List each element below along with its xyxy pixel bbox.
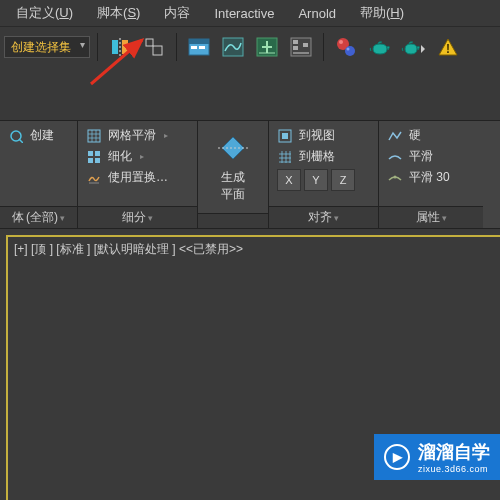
- svg-rect-27: [95, 158, 100, 163]
- material-editor-button[interactable]: [331, 32, 361, 62]
- create-icon: [8, 128, 24, 144]
- smooth-label: 平滑: [409, 148, 433, 165]
- menu-bar: 自定义(U) 脚本(S) 内容 Interactive Arnold 帮助(H): [0, 0, 500, 26]
- svg-rect-1: [122, 40, 128, 54]
- mesh-smooth-label: 网格平滑: [108, 127, 156, 144]
- align-view-icon: [277, 128, 293, 144]
- menu-interactive[interactable]: Interactive: [202, 2, 286, 25]
- generate-plane-button[interactable]: 生成 平面: [206, 127, 260, 207]
- svg-rect-14: [303, 43, 308, 47]
- layers-icon: [187, 37, 211, 57]
- svg-rect-30: [282, 133, 288, 139]
- svg-rect-3: [146, 39, 153, 46]
- svg-text:!: !: [446, 42, 450, 56]
- xyz-buttons: X Y Z: [277, 169, 370, 191]
- menu-customize[interactable]: 自定义(U): [4, 0, 85, 26]
- tessellate-icon: [86, 149, 102, 165]
- svg-point-18: [345, 46, 355, 56]
- svg-rect-0: [112, 40, 118, 54]
- menu-script[interactable]: 脚本(S): [85, 0, 152, 26]
- svg-point-31: [394, 175, 397, 178]
- mesh-smooth-icon: [86, 128, 102, 144]
- ribbon-panel-align: 到视图 到栅格 X Y Z 对齐▾: [269, 121, 379, 228]
- align-y-button[interactable]: Y: [304, 169, 328, 191]
- svg-rect-15: [293, 52, 309, 54]
- smooth-item[interactable]: 平滑: [387, 148, 475, 165]
- teapot-arrow-icon: [401, 37, 427, 57]
- smooth30-label: 平滑 30: [409, 169, 450, 186]
- viewport-label[interactable]: [+] [顶 ] [标准 ] [默认明暗处理 ] <<已禁用>>: [14, 241, 243, 258]
- displace-label: 使用置换…: [108, 169, 168, 186]
- ribbon-panel-attr: 硬 平滑 平滑 30 属性▾: [379, 121, 483, 228]
- material-icon: [335, 36, 357, 58]
- ribbon-panel-create: 创建 体(全部)▾: [0, 121, 78, 228]
- mirror-button[interactable]: [105, 32, 135, 62]
- watermark: ▶ 溜溜自学 zixue.3d66.com: [374, 434, 500, 480]
- svg-point-19: [347, 47, 350, 50]
- curve-icon: [222, 37, 244, 57]
- play-icon: ▶: [384, 444, 410, 470]
- svg-rect-26: [88, 158, 93, 163]
- displace-item[interactable]: 使用置换…: [86, 169, 189, 186]
- svg-rect-24: [88, 151, 93, 156]
- svg-point-17: [339, 40, 343, 44]
- smooth30-item[interactable]: 平滑 30: [387, 169, 475, 186]
- menu-content[interactable]: 内容: [152, 0, 202, 26]
- render-button[interactable]: [399, 32, 429, 62]
- teapot-icon: [368, 37, 392, 57]
- schematic-icon: [290, 37, 312, 57]
- menu-arnold[interactable]: Arnold: [286, 2, 348, 25]
- create-label: 创建: [30, 127, 54, 144]
- render-setup-button[interactable]: [365, 32, 395, 62]
- align-grid-label: 到栅格: [299, 148, 335, 165]
- panel-title-all[interactable]: 体(全部)▾: [0, 206, 77, 228]
- displace-icon: [86, 170, 102, 186]
- panel-title-attr[interactable]: 属性▾: [379, 206, 483, 228]
- svg-rect-8: [199, 46, 205, 49]
- align-grid-icon: [277, 149, 293, 165]
- menu-help[interactable]: 帮助(H): [348, 0, 416, 26]
- svg-rect-6: [189, 39, 209, 44]
- align-grid-item[interactable]: 到栅格: [277, 148, 370, 165]
- ribbon: 创建 体(全部)▾ 网格平滑▸ 细化▸ 使用置换… 细分▾: [0, 120, 500, 228]
- svg-rect-7: [191, 46, 197, 49]
- watermark-title: 溜溜自学: [418, 442, 490, 462]
- dope-sheet-button[interactable]: [252, 32, 282, 62]
- curve-editor-button[interactable]: [218, 32, 248, 62]
- align-button[interactable]: [139, 32, 169, 62]
- svg-rect-4: [153, 46, 162, 55]
- smooth-icon: [387, 149, 403, 165]
- align-z-button[interactable]: Z: [331, 169, 355, 191]
- ribbon-panel-subdiv: 网格平滑▸ 细化▸ 使用置换… 细分▾: [78, 121, 198, 228]
- svg-rect-13: [293, 46, 298, 50]
- hard-icon: [387, 128, 403, 144]
- main-toolbar: 创建选择集 !: [0, 26, 500, 66]
- hard-label: 硬: [409, 127, 421, 144]
- mesh-smooth-item[interactable]: 网格平滑▸: [86, 127, 189, 144]
- svg-rect-23: [88, 130, 100, 142]
- align-view-label: 到视图: [299, 127, 335, 144]
- create-item[interactable]: 创建: [8, 127, 69, 144]
- tessellate-item[interactable]: 细化▸: [86, 148, 189, 165]
- plane-icon: [216, 131, 250, 165]
- warning-button[interactable]: !: [433, 32, 463, 62]
- warning-icon: !: [437, 37, 459, 57]
- svg-rect-25: [95, 151, 100, 156]
- align-icon: [143, 36, 165, 58]
- mirror-icon: [109, 36, 131, 58]
- align-x-button[interactable]: X: [277, 169, 301, 191]
- dope-icon: [256, 37, 278, 57]
- panel-title-subdiv[interactable]: 细分▾: [78, 206, 197, 228]
- smooth30-icon: [387, 170, 403, 186]
- ribbon-panel-plane: 生成 平面: [198, 121, 269, 228]
- layers-button[interactable]: [184, 32, 214, 62]
- svg-rect-12: [293, 40, 298, 44]
- tessellate-label: 细化: [108, 148, 132, 165]
- panel-title-align[interactable]: 对齐▾: [269, 206, 378, 228]
- schematic-button[interactable]: [286, 32, 316, 62]
- hard-item[interactable]: 硬: [387, 127, 475, 144]
- selection-set-dropdown[interactable]: 创建选择集: [4, 36, 90, 58]
- watermark-url: zixue.3d66.com: [418, 464, 490, 474]
- align-view-item[interactable]: 到视图: [277, 127, 370, 144]
- plane-label: 生成 平面: [221, 169, 245, 203]
